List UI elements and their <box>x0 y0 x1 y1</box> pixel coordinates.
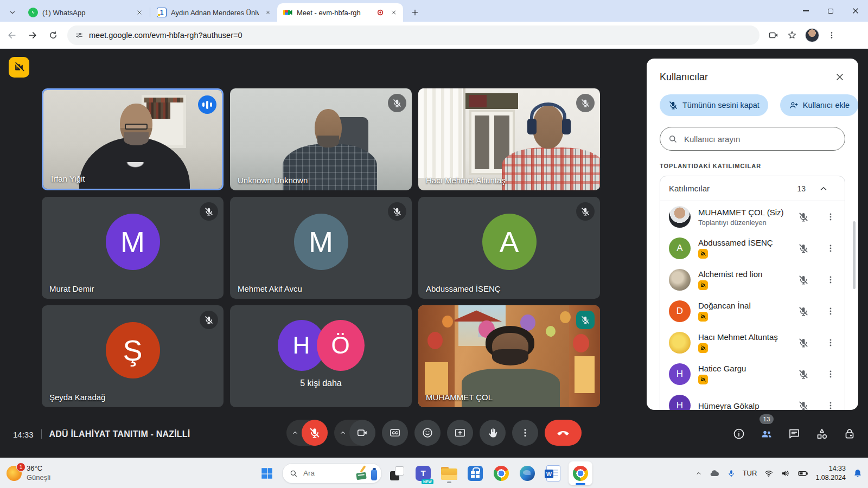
video-tile-haci[interactable]: Hacı Mehmet Altuntaş <box>418 88 600 190</box>
avatar: A <box>482 214 537 270</box>
video-tile-seyda[interactable]: Ş Şeyda Karadağ <box>42 305 224 407</box>
participant-menu-button[interactable] <box>825 211 836 222</box>
address-bar[interactable]: meet.google.com/evm-hbfa-rgh?authuser=0 <box>67 25 760 45</box>
video-tile-akif[interactable]: M Mehmet Akif Avcu <box>230 197 412 299</box>
mic-toggle-button[interactable] <box>302 420 328 446</box>
tab-whatsapp[interactable]: (1) WhatsApp <box>23 3 149 22</box>
participant-row-self: MUHAMMET ÇOL (Siz) Toplantıyı düzenleyen <box>660 201 845 233</box>
wifi-icon[interactable] <box>764 468 774 478</box>
meeting-side-icons: 13 <box>732 427 856 440</box>
participant-menu-button[interactable] <box>825 400 836 410</box>
more-options-button[interactable] <box>512 420 538 446</box>
camera-options-chevron[interactable] <box>336 429 349 436</box>
notification-bell-icon[interactable] <box>853 468 863 478</box>
participants-card-header[interactable]: Katılımcılar 13 <box>660 176 845 201</box>
new-tab-button[interactable] <box>407 5 423 20</box>
battery-icon[interactable] <box>797 468 808 479</box>
taskbar-search[interactable] <box>282 463 382 484</box>
close-panel-button[interactable] <box>834 72 845 82</box>
participant-menu-button[interactable] <box>825 337 836 348</box>
video-tile-murat[interactable]: M Murat Demir <box>42 197 224 299</box>
taskbar-weather-widget[interactable]: 1 36°C Güneşli <box>7 458 50 488</box>
tray-time: 14:33 <box>829 465 846 472</box>
profile-avatar[interactable] <box>805 28 819 42</box>
word-icon[interactable] <box>542 463 564 484</box>
video-feed <box>418 88 600 190</box>
activities-button[interactable] <box>815 427 828 440</box>
store-icon[interactable] <box>464 463 486 484</box>
tab-label: Meet - evm-hbfa-rgh <box>297 9 372 17</box>
participant-menu-button[interactable] <box>825 369 836 380</box>
camera-off-warning-icon[interactable] <box>9 57 29 78</box>
task-view-button[interactable] <box>386 463 408 484</box>
browser-menu-icon[interactable] <box>827 30 837 40</box>
overflow-tile[interactable]: H Ö 5 kişi daha <box>230 305 412 407</box>
meeting-clock: 14:33 <box>13 429 34 439</box>
participant-menu-button[interactable] <box>825 306 836 317</box>
people-button[interactable]: 13 <box>760 427 773 440</box>
add-user-label: Kullanıcı ekle <box>803 101 850 110</box>
close-icon[interactable] <box>389 8 399 17</box>
mic-off-icon <box>798 369 809 380</box>
file-explorer-icon[interactable] <box>438 463 460 484</box>
bookmark-star-icon[interactable] <box>787 30 797 41</box>
raise-hand-button[interactable] <box>480 420 506 446</box>
participant-menu-button[interactable] <box>825 274 836 285</box>
language-indicator[interactable]: TUR <box>743 469 757 477</box>
video-tile-irfan[interactable]: İrfan Yiğit <box>42 88 224 190</box>
volume-icon[interactable] <box>781 468 790 478</box>
search-input[interactable] <box>683 134 837 144</box>
captions-button[interactable] <box>382 420 408 446</box>
camera-off-badge-icon <box>698 312 708 322</box>
video-tile-abdussamed[interactable]: A Abdussamed İSENÇ <box>418 197 600 299</box>
mic-options-chevron[interactable] <box>289 429 302 436</box>
chat-button[interactable] <box>788 427 801 440</box>
camera-in-use-icon[interactable] <box>768 30 779 41</box>
chrome-active-icon[interactable] <box>569 461 592 485</box>
present-button[interactable] <box>447 420 473 446</box>
browser-tab-strip: (1) WhatsApp 1 Aydın Adnan Menderes Üniv… <box>0 0 868 22</box>
forward-button[interactable] <box>24 27 41 44</box>
participant-role: Toplantıyı düzenleyen <box>698 219 784 227</box>
back-button[interactable] <box>3 27 21 44</box>
tray-clock[interactable]: 14:33 1.08.2024 <box>815 464 846 482</box>
meeting-info-button[interactable] <box>732 427 745 440</box>
avatar: M <box>294 214 348 270</box>
participant-menu-button[interactable] <box>825 243 836 254</box>
reload-button[interactable] <box>44 27 62 44</box>
maximize-button[interactable] <box>818 0 843 22</box>
teams-icon[interactable]: NEW <box>412 463 434 484</box>
end-call-button[interactable] <box>545 420 582 446</box>
participant-name: Abdussamed İSENÇ <box>698 238 773 247</box>
close-icon[interactable] <box>263 8 273 17</box>
taskbar-apps: NEW <box>256 458 592 488</box>
chrome-icon[interactable] <box>490 463 512 484</box>
close-window-button[interactable] <box>843 0 868 22</box>
start-button[interactable] <box>256 463 278 484</box>
reactions-button[interactable] <box>414 420 441 446</box>
site-settings-icon[interactable] <box>75 31 84 40</box>
participant-name-label: Murat Demir <box>49 284 94 293</box>
tray-chevron-icon[interactable] <box>695 470 702 477</box>
camera-toggle-button[interactable] <box>349 420 375 446</box>
add-user-button[interactable]: Kullanıcı ekle <box>780 94 858 116</box>
video-tile-muhammet[interactable]: MUHAMMET ÇOL <box>418 305 600 407</box>
panel-scrollbar[interactable] <box>853 221 856 289</box>
onedrive-icon[interactable] <box>709 468 720 479</box>
close-icon[interactable] <box>135 8 144 17</box>
mute-all-button[interactable]: Tümünün sesini kapat <box>660 94 768 116</box>
search-highlights-icon[interactable] <box>355 465 378 481</box>
video-tile-unknown[interactable]: Unknown Unknown <box>230 88 412 190</box>
host-controls-button[interactable] <box>843 427 856 440</box>
tab-search-chevron-button[interactable] <box>4 3 21 22</box>
taskbar-search-input[interactable] <box>302 468 348 478</box>
minimize-button[interactable] <box>793 0 818 22</box>
collapse-icon[interactable] <box>819 184 828 194</box>
tray-mic-icon[interactable] <box>727 469 736 478</box>
edge-icon[interactable] <box>516 463 538 484</box>
mic-off-icon <box>798 243 809 254</box>
tab-university[interactable]: 1 Aydın Adnan Menderes Ünivers <box>151 3 277 22</box>
mic-off-icon <box>576 94 595 112</box>
tab-meet-active[interactable]: Meet - evm-hbfa-rgh <box>277 3 403 22</box>
participant-search[interactable] <box>660 127 845 151</box>
